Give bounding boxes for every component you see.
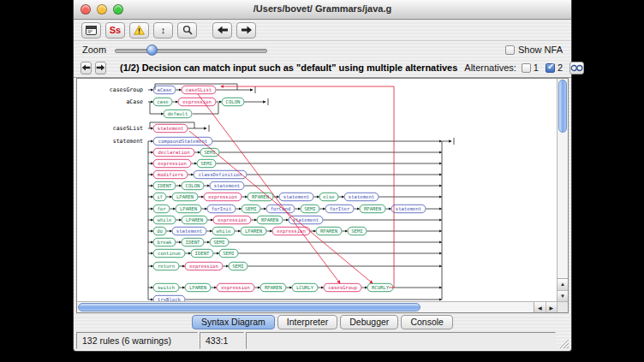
zoom-slider-track[interactable] [115,49,267,53]
tab-console[interactable]: Console [401,315,453,329]
diagram-canvas[interactable]: casesGroupaCasecaseSListaCasecaseexpress… [76,78,569,313]
window-title: /Users/bovet/ Grammars/java.g [74,3,571,14]
svg-text:RPAREN: RPAREN [320,228,337,234]
svg-text:LPAREN: LPAREN [176,194,194,199]
syntax-diagram[interactable]: casesGroupaCasecaseSListaCasecaseexpress… [78,80,558,308]
go-forward-button[interactable] [236,22,256,39]
svg-text:IDENT: IDENT [195,251,210,256]
svg-text:IDENT: IDENT [186,240,200,245]
previous-warning-button[interactable] [80,62,92,74]
zoom-slider-knob[interactable] [146,45,158,56]
status-spacer [246,332,556,349]
svg-text:RCURLY: RCURLY [372,285,390,290]
svg-text:statement: statement [158,126,183,131]
case-sensitive-button[interactable]: Ss [105,22,125,39]
svg-text:statement: statement [113,138,143,145]
svg-text:expression: expression [208,194,237,200]
vertical-scrollbar-thumb[interactable] [558,80,567,133]
svg-text:LPAREN: LPAREN [189,285,206,290]
svg-text:expression: expression [158,161,187,167]
alternative-2-checkbox[interactable] [546,63,555,73]
tab-interpreter[interactable]: Interpreter [277,315,337,329]
svg-text:continue: continue [158,251,182,256]
svg-text:expression: expression [182,99,212,105]
zoom-slider[interactable] [115,45,267,56]
scroll-left-button[interactable]: ◀ [534,302,546,312]
svg-text:COLON: COLON [226,99,241,104]
svg-text:break: break [158,240,172,245]
svg-text:forIter: forIter [330,206,350,211]
titlebar[interactable]: /Users/bovet/ Grammars/java.g [74,0,571,20]
horizontal-scrollbar-thumb[interactable] [78,303,420,312]
rules-status: 132 rules (6 warnings) [76,332,198,349]
check-grammar-icon: ↕ [161,26,166,35]
show-nfa-checkbox[interactable] [505,45,515,55]
tab-syntax-diagram[interactable]: Syntax Diagram [192,315,275,329]
tab-debugger[interactable]: Debugger [340,315,398,329]
warnings-button[interactable] [129,22,149,39]
vertical-scrollbar[interactable]: ▲ ▼ [557,79,568,301]
warning-icon [134,25,145,35]
svg-text:COLON: COLON [186,183,200,188]
svg-text:else: else [323,194,335,199]
svg-text:LPAREN: LPAREN [245,228,262,234]
go-back-button[interactable] [212,22,232,39]
console-button[interactable] [81,22,101,39]
svg-text:SEMI: SEMI [351,228,362,234]
svg-text:statement: statement [349,194,374,199]
show-nfa-label: Show NFA [518,45,563,55]
next-warning-button[interactable] [95,62,106,74]
screen: { "window": { "title": "/Users/bovet/ Gr… [0,0,644,362]
ss-label: Ss [110,25,121,35]
resize-grip[interactable] [558,337,569,349]
check-grammar-button[interactable]: ↕ [153,22,173,39]
svg-text:do: do [157,228,163,234]
svg-text:expression: expression [189,264,218,270]
svg-text:LPAREN: LPAREN [186,217,203,223]
alternatives-label: Alternatives: [464,62,516,73]
svg-text:while: while [158,217,172,223]
scroll-up-button[interactable]: ▲ [558,279,568,290]
horizontal-scrollbar-arrows: ◀ ▶ [534,302,557,312]
svg-text:aCase: aCase [126,98,143,105]
horizontal-scrollbar[interactable]: ◀ ▶ [77,301,557,312]
console-icon [86,26,97,35]
svg-text:casesGroup: casesGroup [110,86,143,93]
svg-text:switch: switch [158,285,175,290]
svg-text:IDENT: IDENT [158,183,172,188]
back-arrow-icon [81,64,91,71]
svg-text:modifiers: modifiers [158,172,183,177]
svg-text:SEMI: SEMI [204,150,215,155]
svg-text:RPAREN: RPAREN [265,285,282,290]
svg-text:case: case [157,99,169,104]
warning-bar: (1/2) Decision can match input such as "… [74,58,571,78]
svg-text:casesGroup: casesGroup [328,285,357,291]
svg-text:caseSList: caseSList [113,125,143,132]
back-arrow-icon [217,26,229,34]
svg-text:SEMI: SEMI [232,264,243,269]
svg-text:expression: expression [218,217,247,223]
svg-text:declaration: declaration [158,150,189,155]
alternative-1-checkbox[interactable] [522,63,531,73]
svg-text:SEMI: SEMI [223,251,234,256]
scroll-down-button[interactable]: ▼ [558,290,568,302]
svg-text:SEMI: SEMI [304,206,315,211]
svg-text:statement: statement [176,228,202,234]
search-icon [182,25,193,35]
caret-position: 433:1 [200,332,244,349]
link-warning-button[interactable] [569,62,584,74]
svg-text:LCURLY: LCURLY [296,285,314,290]
find-button[interactable] [177,22,197,39]
scrollbar-corner [557,301,568,312]
antlrworks-window: /Users/bovet/ Grammars/java.g Ss ↕ [73,0,572,352]
svg-text:for: for [157,206,166,211]
status-bar: 132 rules (6 warnings) 433:1 [74,330,571,351]
scroll-right-button[interactable]: ▶ [546,302,558,312]
svg-text:RPAREN: RPAREN [261,217,278,223]
svg-text:expression: expression [221,285,250,291]
alternative-2-group: 2 [546,62,563,73]
svg-text:LPAREN: LPAREN [180,206,197,211]
svg-text:while: while [217,228,231,234]
svg-text:SEMI: SEMI [200,161,212,166]
link-icon [570,64,583,72]
